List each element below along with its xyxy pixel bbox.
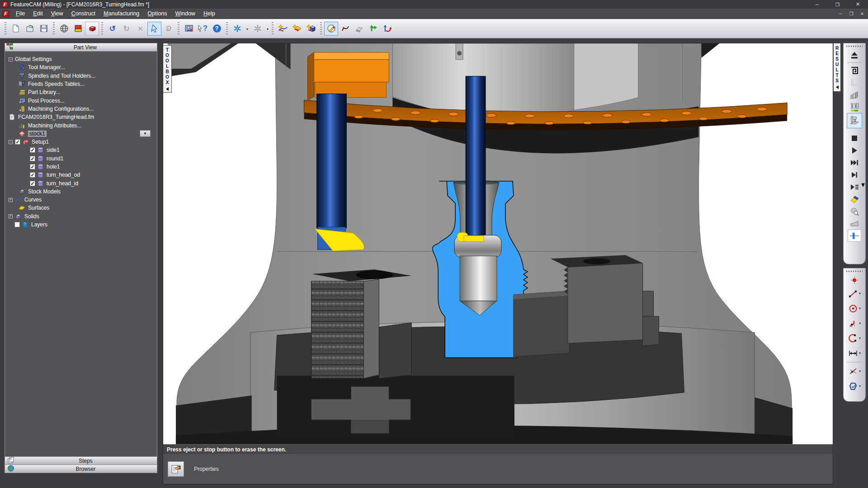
tree-item-layers[interactable]: Layers <box>5 221 157 229</box>
tree-item-round1[interactable]: round1 <box>5 155 157 163</box>
toolbar-grip[interactable] <box>320 22 322 35</box>
menu-window[interactable]: Window <box>171 9 199 18</box>
stop-button[interactable] <box>848 132 861 144</box>
tree-item-side1[interactable]: side1 <box>5 146 157 154</box>
stock-dropdown-button[interactable] <box>140 130 151 137</box>
snap-grid-button[interactable] <box>250 22 264 36</box>
tree-item-machining-configs[interactable]: Machining Configurations... <box>5 105 157 113</box>
expander-icon[interactable] <box>9 140 13 144</box>
tree-item-document[interactable]: FCAM2016R3_TurningHead.fm <box>5 113 157 121</box>
results-tab[interactable]: RESULTS <box>833 43 840 92</box>
open-file-button[interactable] <box>23 22 37 36</box>
machine-simulation-button[interactable] <box>847 113 862 128</box>
rapidcut-button[interactable] <box>848 101 861 113</box>
chamfer-button[interactable] <box>352 22 366 36</box>
play-to-operation-button[interactable]: ▾ <box>848 181 861 193</box>
tree-item-post-process[interactable]: Post Process... <box>5 96 157 104</box>
machine-simulation-scene[interactable]: TOOLBOX <box>163 43 833 444</box>
tree-item-feeds-speeds[interactable]: Feeds Speeds Tables... <box>5 80 157 88</box>
tree-item-setup1[interactable]: Setup1 <box>5 138 157 146</box>
centerline-button[interactable] <box>848 76 861 89</box>
tree-item-surfaces[interactable]: Surfaces <box>5 204 157 212</box>
trim-tool[interactable]: ▾ <box>848 364 861 379</box>
context-help-button[interactable]: ? <box>196 22 210 36</box>
feature-checkbox[interactable] <box>30 147 35 153</box>
single-step-button[interactable] <box>848 169 861 181</box>
tree-item-turn-head-id[interactable]: turn_head_id <box>5 179 157 187</box>
menu-options[interactable]: Options <box>143 9 171 18</box>
customer-assist-button[interactable] <box>182 22 196 36</box>
snap-modes-button[interactable] <box>230 22 244 36</box>
toolbox-tab[interactable]: TOOLBOX <box>163 45 172 93</box>
tree-item-spindles[interactable]: Spindles and Tool Holders... <box>5 72 157 80</box>
new-document-button[interactable] <box>9 22 23 36</box>
toolbar-grip[interactable] <box>5 22 6 35</box>
feature-checkbox[interactable] <box>30 172 35 178</box>
minimize-button[interactable] <box>807 0 827 9</box>
tree-item-stock-models[interactable]: Stock Models <box>5 188 157 196</box>
menu-file[interactable]: File <box>12 9 29 18</box>
setup-checkbox[interactable] <box>15 139 20 145</box>
toolpath-button[interactable] <box>848 64 861 76</box>
speed-slider[interactable] <box>848 230 861 242</box>
fillet-tool[interactable]: ▾ <box>848 316 861 331</box>
help-button[interactable]: ? <box>210 22 224 36</box>
view-globe-button[interactable] <box>57 22 71 36</box>
simulation-canvas[interactable] <box>163 43 833 444</box>
lasso-select-button[interactable] <box>161 22 175 36</box>
curve-wizard-button[interactable] <box>276 22 290 36</box>
properties-button[interactable] <box>168 461 184 477</box>
tree-item-global-settings[interactable]: Global Settings <box>5 55 157 63</box>
select-button[interactable] <box>147 22 161 36</box>
redo-button[interactable]: ↻ <box>119 22 133 36</box>
eject-button[interactable] <box>848 49 861 61</box>
arc-tool[interactable]: ▾ <box>848 331 861 346</box>
child-restore-button[interactable] <box>846 10 856 18</box>
undo-button[interactable]: ↺ <box>105 22 119 36</box>
solid-simulation-button[interactable] <box>848 89 861 101</box>
menu-edit[interactable]: Edit <box>29 9 47 18</box>
tree-item-machining-attributes[interactable]: Machining Attributes... <box>5 121 157 129</box>
fast-forward-button[interactable] <box>848 156 861 169</box>
polygon-check-tool[interactable]: ▾ <box>848 379 861 394</box>
toolbar-grip[interactable] <box>272 22 274 35</box>
layers-checkbox[interactable] <box>14 222 20 227</box>
expander-icon[interactable] <box>9 57 13 61</box>
browser-tab[interactable]: Browser <box>5 465 157 473</box>
close-button[interactable] <box>848 0 868 9</box>
geometry-constructors-button[interactable] <box>324 22 338 36</box>
toolbar-grip[interactable] <box>846 271 863 272</box>
tree-item-solids[interactable]: Solids <box>5 212 157 221</box>
steps-tab[interactable]: Steps <box>5 456 157 465</box>
section-button[interactable] <box>848 217 861 230</box>
color-scheme-button[interactable] <box>71 22 85 36</box>
tree-item-stock1[interactable]: stock1 <box>5 130 157 138</box>
restore-button[interactable] <box>827 0 848 9</box>
tree-item-part-library[interactable]: Part Library... <box>5 88 157 96</box>
feature-checkbox[interactable] <box>30 181 35 186</box>
expander-icon[interactable] <box>9 198 13 202</box>
tolerance-button[interactable] <box>848 205 861 217</box>
toolbar-grip[interactable] <box>226 22 228 35</box>
menu-construct[interactable]: Construct <box>67 9 100 18</box>
child-close-button[interactable] <box>857 10 867 18</box>
stock-brick-button[interactable] <box>85 22 99 36</box>
tree-item-turn-head-od[interactable]: turn_head_od <box>5 171 157 179</box>
play-button[interactable] <box>848 144 861 156</box>
dimension-tool[interactable]: ▾ <box>848 346 861 361</box>
surface-wizard-button[interactable] <box>290 22 304 36</box>
toolbar-grip[interactable] <box>53 22 55 35</box>
toolbar-grip[interactable] <box>846 46 863 47</box>
delete-button[interactable]: ✕ <box>133 22 147 36</box>
rotate-button[interactable] <box>380 22 394 36</box>
erase-button[interactable] <box>848 193 861 205</box>
menu-manufacturing[interactable]: Manufacturing <box>99 9 143 18</box>
translate-button[interactable] <box>366 22 380 36</box>
circle-tool[interactable]: ▾ <box>848 301 861 316</box>
menu-help[interactable]: Help <box>199 9 219 18</box>
tree-item-hole1[interactable]: hole1 <box>5 163 157 171</box>
tree-item-tool-manager[interactable]: Tool Manager... <box>5 63 157 71</box>
spline-button[interactable] <box>338 22 352 36</box>
part-view-header[interactable]: Part View <box>5 43 157 52</box>
solid-wizard-button[interactable] <box>304 22 318 36</box>
